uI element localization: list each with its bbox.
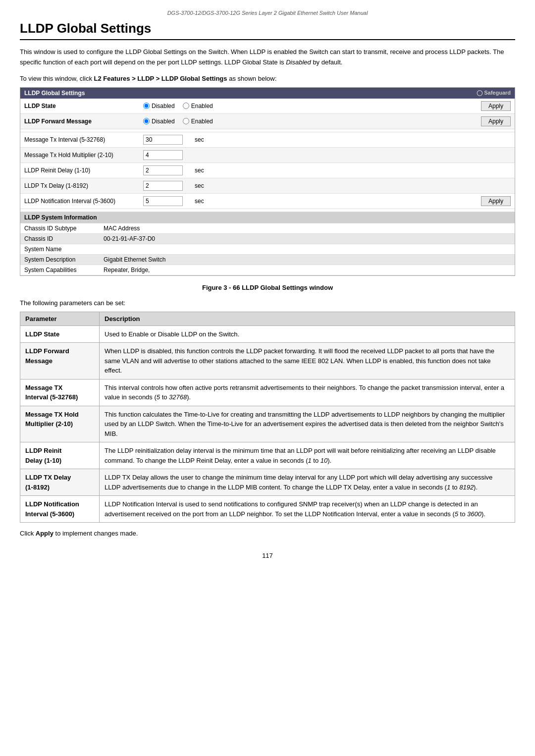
settings-panel: LLDP Global Settings ◯ Safeguard LLDP St…	[20, 87, 515, 276]
msg-tx-interval-label: Message Tx Interval (5-32768)	[24, 136, 143, 143]
msg-tx-hold-controls	[143, 150, 511, 160]
table-row: Message TX HoldMultiplier (2-10) This fu…	[20, 406, 515, 442]
table-row: LLDP ReinitDelay (1-10) The LLDP reiniti…	[20, 442, 515, 469]
param-col-header: Parameter	[20, 312, 100, 325]
sys-info-header: LLDP System Information	[20, 212, 515, 223]
reinit-delay-input[interactable]	[143, 165, 183, 175]
lldp-forward-enabled-option[interactable]: Enabled	[183, 118, 213, 125]
param-tx-delay: LLDP TX Delay(1-8192)	[20, 469, 100, 496]
msg-tx-hold-row: Message Tx Hold Multiplier (2-10)	[20, 148, 515, 163]
param-notif: LLDP NotificationInterval (5-3600)	[20, 496, 100, 523]
following-text: The following parameters can be set:	[20, 299, 515, 307]
system-cap-row: System Capabilities Repeater, Bridge,	[20, 265, 515, 275]
param-msg-hold: Message TX HoldMultiplier (2-10)	[20, 406, 100, 442]
lldp-forward-enabled-radio[interactable]	[183, 118, 189, 124]
lldp-state-apply-button[interactable]: Apply	[481, 101, 511, 111]
lldp-forward-apply-button[interactable]: Apply	[481, 116, 511, 126]
system-desc-label: System Description	[24, 256, 104, 263]
nav-suffix: as shown below:	[227, 75, 277, 82]
table-row: Message TXInterval (5-32768) This interv…	[20, 379, 515, 406]
lldp-state-disabled-radio[interactable]	[143, 103, 150, 109]
reinit-delay-label: LLDP Reinit Delay (1-10)	[24, 167, 143, 174]
param-reinit: LLDP ReinitDelay (1-10)	[20, 442, 100, 469]
notif-interval-label: LLDP Notification Interval (5-3600)	[24, 198, 143, 205]
notif-interval-unit: sec	[195, 198, 204, 205]
msg-tx-hold-label: Message Tx Hold Multiplier (2-10)	[24, 152, 143, 159]
notif-interval-apply-button[interactable]: Apply	[481, 196, 511, 206]
tx-delay-input[interactable]	[143, 181, 183, 191]
panel-header: LLDP Global Settings ◯ Safeguard	[20, 88, 515, 99]
msg-tx-interval-row: Message Tx Interval (5-32768) sec	[20, 132, 515, 148]
chassis-id-row: Chassis ID 00-21-91-AF-37-D0	[20, 234, 515, 244]
intro-text-1: This window is used to configure the LLD…	[20, 48, 504, 66]
desc-tx-delay: LLDP TX Delay allows the user to change …	[100, 469, 515, 496]
reinit-delay-controls: sec	[143, 165, 511, 175]
intro-text-2: by default.	[311, 58, 343, 66]
lldp-state-label: LLDP State	[24, 103, 143, 109]
msg-tx-interval-unit: sec	[195, 136, 204, 143]
table-row: LLDP ForwardMessage When LLDP is disable…	[20, 343, 515, 379]
safeguard-badge: ◯ Safeguard	[477, 90, 511, 96]
page-heading: LLDP Global Settings	[20, 21, 515, 40]
system-desc-value: Gigabit Ethernet Switch	[104, 256, 511, 263]
nav-instruction: To view this window, click L2 Features >…	[20, 75, 515, 82]
intro-disabled-text: Disabled	[286, 58, 311, 66]
lldp-state-disabled-option[interactable]: Disabled	[143, 103, 175, 109]
panel-title: LLDP Global Settings	[24, 90, 85, 97]
lldp-forward-label: LLDP Forward Message	[24, 118, 143, 125]
system-cap-label: System Capabilities	[24, 267, 104, 273]
tx-delay-unit: sec	[195, 182, 204, 189]
desc-lldp-forward: When LLDP is disabled, this function con…	[100, 343, 515, 379]
lldp-forward-disabled-radio[interactable]	[143, 118, 150, 124]
desc-col-header: Description	[100, 312, 515, 325]
lldp-state-controls: Disabled Enabled Apply	[143, 101, 511, 111]
intro-paragraph: This window is used to configure the LLD…	[20, 47, 515, 68]
param-lldp-forward: LLDP ForwardMessage	[20, 343, 100, 379]
desc-msg-hold: This function calculates the Time-to-Liv…	[100, 406, 515, 442]
lldp-forward-controls: Disabled Enabled Apply	[143, 116, 511, 126]
msg-tx-interval-input[interactable]	[143, 135, 183, 145]
desc-notif: LLDP Notification Interval is used to se…	[100, 496, 515, 523]
reinit-delay-unit: sec	[195, 167, 204, 174]
chassis-subtype-row: Chassis ID Subtype MAC Address	[20, 223, 515, 234]
lldp-state-enabled-option[interactable]: Enabled	[183, 103, 213, 109]
figure-caption: Figure 3 - 66 LLDP Global Settings windo…	[20, 284, 515, 291]
notif-interval-controls: sec Apply	[143, 196, 511, 206]
chassis-id-label: Chassis ID	[24, 235, 104, 242]
param-table: Parameter Description LLDP State Used to…	[20, 312, 515, 523]
reinit-delay-row: LLDP Reinit Delay (1-10) sec	[20, 163, 515, 178]
chassis-subtype-value: MAC Address	[104, 225, 511, 232]
notif-interval-input[interactable]	[143, 196, 183, 206]
tx-delay-controls: sec	[143, 181, 511, 191]
lldp-state-radio-group: Disabled Enabled	[143, 103, 213, 109]
lldp-state-row: LLDP State Disabled Enabled Apply	[20, 99, 515, 114]
table-row: LLDP TX Delay(1-8192) LLDP TX Delay allo…	[20, 469, 515, 496]
desc-reinit: The LLDP reinitialization delay interval…	[100, 442, 515, 469]
chassis-id-value: 00-21-91-AF-37-D0	[104, 235, 511, 242]
lldp-forward-disabled-option[interactable]: Disabled	[143, 118, 175, 125]
desc-lldp-state: Used to Enable or Disable LLDP on the Sw…	[100, 325, 515, 343]
msg-tx-hold-input[interactable]	[143, 150, 183, 160]
chassis-subtype-label: Chassis ID Subtype	[24, 225, 104, 232]
page-number: 117	[20, 552, 515, 559]
param-lldp-state: LLDP State	[20, 325, 100, 343]
system-name-label: System Name	[24, 246, 104, 253]
lldp-state-enabled-radio[interactable]	[183, 103, 189, 109]
notif-interval-row: LLDP Notification Interval (5-3600) sec …	[20, 194, 515, 209]
system-desc-row: System Description Gigabit Ethernet Swit…	[20, 255, 515, 265]
tx-delay-row: LLDP Tx Delay (1-8192) sec	[20, 178, 515, 194]
table-row: LLDP NotificationInterval (5-3600) LLDP …	[20, 496, 515, 523]
table-row: LLDP State Used to Enable or Disable LLD…	[20, 325, 515, 343]
system-cap-value: Repeater, Bridge,	[104, 267, 511, 273]
nav-prefix: To view this window, click	[20, 75, 94, 82]
click-apply-text: Click Apply to implement changes made.	[20, 530, 515, 537]
system-name-row: System Name	[20, 244, 515, 255]
nav-path: L2 Features > LLDP > LLDP Global Setting…	[94, 75, 227, 82]
lldp-forward-row: LLDP Forward Message Disabled Enabled Ap…	[20, 114, 515, 129]
doc-title: DGS-3700-12/DGS-3700-12G Series Layer 2 …	[20, 10, 515, 16]
desc-msg-tx: This interval controls how often active …	[100, 379, 515, 406]
msg-tx-interval-controls: sec	[143, 135, 511, 145]
lldp-forward-radio-group: Disabled Enabled	[143, 118, 213, 125]
param-msg-tx: Message TXInterval (5-32768)	[20, 379, 100, 406]
tx-delay-label: LLDP Tx Delay (1-8192)	[24, 182, 143, 189]
